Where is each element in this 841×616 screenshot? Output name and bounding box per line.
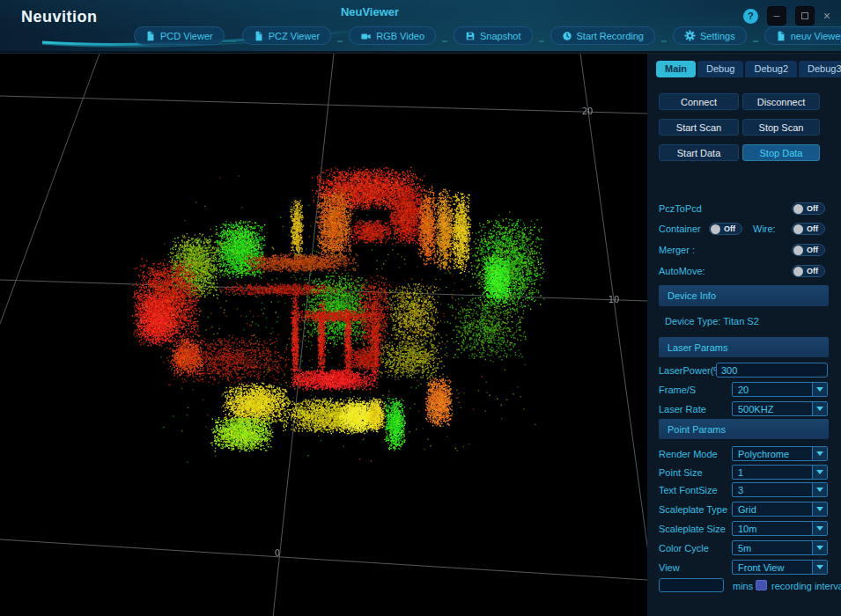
- gear-icon: [684, 30, 696, 41]
- minimize-icon: –: [773, 11, 779, 21]
- chevron-down-icon: [812, 466, 827, 479]
- stop-scan-button[interactable]: Stop Scan: [742, 119, 820, 136]
- minimize-button[interactable]: –: [767, 6, 786, 26]
- file-icon: [254, 31, 264, 41]
- recording-interval-checkbox[interactable]: [756, 580, 767, 590]
- point-cloud-viewport[interactable]: [0, 54, 647, 616]
- start-recording-button[interactable]: Start Recording: [550, 26, 655, 45]
- chevron-down-icon: [812, 483, 827, 496]
- automove-label: AutoMove:: [659, 266, 705, 276]
- container-label: Container: [659, 224, 701, 234]
- automove-toggle[interactable]: Off: [792, 265, 825, 277]
- merger-label: Merger :: [659, 245, 695, 255]
- pcztopcd-toggle[interactable]: Off: [792, 202, 825, 215]
- main-area: Main Debug Debug2 Debug3 Connect Disconn…: [0, 53, 841, 616]
- file-icon: [776, 31, 786, 41]
- panel-tabs: Main Debug Debug2 Debug3: [656, 61, 841, 77]
- control-panel: Main Debug Debug2 Debug3 Connect Disconn…: [647, 54, 841, 616]
- point-size-label: Point Size: [659, 467, 703, 478]
- neuv-viewer-button[interactable]: neuv Viewer: [764, 26, 841, 45]
- device-type-text: Device Type: Titan S2: [665, 316, 759, 326]
- chevron-down-icon: [812, 541, 827, 554]
- video-camera-icon: [360, 31, 372, 41]
- chevron-down-icon: [812, 561, 827, 574]
- pcz-viewer-button[interactable]: PCZ Viewer: [242, 26, 331, 45]
- chevron-down-icon: [812, 502, 827, 516]
- tab-debug[interactable]: Debug: [697, 61, 743, 77]
- toggle-knob: [793, 267, 803, 276]
- scaleplate-size-label: Scaleplate Size: [659, 524, 726, 534]
- laser-rate-label: Laser Rate: [659, 404, 706, 414]
- mins-label: mins: [733, 581, 753, 591]
- record-clock-icon: [562, 31, 572, 41]
- snapshot-button[interactable]: Snapshot: [454, 26, 532, 45]
- page-title: NeuViewer: [326, 5, 414, 18]
- chevron-down-icon: [812, 447, 827, 460]
- header: Neuvition NeuViewer ? – ×: [0, 0, 841, 53]
- merger-toggle[interactable]: Off: [792, 244, 825, 256]
- recording-interval-label: recording interval: [771, 581, 841, 591]
- maximize-button[interactable]: [795, 6, 815, 26]
- help-icon[interactable]: ?: [743, 9, 758, 24]
- laser-rate-dropdown[interactable]: 500KHZ: [732, 401, 828, 416]
- render-mode-label: Render Mode: [659, 449, 718, 459]
- toggle-knob: [793, 246, 803, 255]
- chevron-down-icon: [812, 383, 827, 396]
- tab-debug3[interactable]: Debug3: [799, 61, 841, 77]
- text-fontsize-dropdown[interactable]: 3: [732, 482, 828, 497]
- toolbar: PCD Viewer PCZ Viewer RGB Video Snapshot…: [134, 26, 841, 45]
- separator-dash: [442, 40, 447, 42]
- file-icon: [145, 31, 156, 41]
- connect-button[interactable]: Connect: [659, 93, 739, 110]
- neuviewer-window: Neuvition NeuViewer ? – ×: [0, 0, 841, 616]
- device-info-header: Device Info: [659, 285, 829, 306]
- close-button[interactable]: ×: [823, 9, 830, 23]
- frames-dropdown[interactable]: 20: [732, 382, 828, 397]
- toggle-knob: [793, 204, 803, 214]
- wire-toggle[interactable]: Off: [792, 223, 825, 235]
- color-cycle-dropdown[interactable]: 5m: [732, 540, 828, 555]
- start-scan-button[interactable]: Start Scan: [659, 119, 739, 136]
- separator-dash: [231, 40, 236, 42]
- tab-debug2[interactable]: Debug2: [745, 61, 797, 77]
- view-dropdown[interactable]: Front View: [732, 560, 828, 575]
- maximize-icon: [801, 12, 808, 19]
- text-fontsize-label: Text FontSize: [659, 485, 718, 495]
- color-cycle-label: Color Cycle: [659, 543, 709, 554]
- rgb-video-button[interactable]: RGB Video: [349, 26, 436, 45]
- view-label: View: [659, 562, 680, 573]
- separator-dash: [661, 40, 667, 42]
- separator-dash: [753, 40, 758, 42]
- pcd-viewer-button[interactable]: PCD Viewer: [134, 26, 225, 45]
- scaleplate-size-dropdown[interactable]: 10m: [732, 521, 828, 536]
- scaleplate-type-dropdown[interactable]: Grid: [732, 502, 828, 517]
- window-controls: ? – ×: [743, 5, 830, 26]
- laser-params-header: Laser Params: [659, 337, 829, 357]
- save-icon: [465, 31, 476, 41]
- render-mode-dropdown[interactable]: Polychrome: [732, 446, 828, 461]
- neuvition-logo: Neuvition: [21, 8, 98, 26]
- laser-power-input[interactable]: [716, 363, 828, 378]
- chevron-down-icon: [812, 522, 827, 535]
- separator-dash: [539, 40, 544, 42]
- disconnect-button[interactable]: Disconnect: [742, 93, 820, 110]
- settings-button[interactable]: Settings: [673, 26, 747, 45]
- point-cloud-canvas[interactable]: [0, 54, 647, 616]
- scaleplate-type-label: Scaleplate Type: [659, 504, 727, 515]
- chevron-down-icon: [812, 402, 827, 415]
- container-toggle[interactable]: Off: [709, 223, 742, 235]
- frames-label: Frame/S: [659, 385, 696, 395]
- toggle-knob: [711, 224, 720, 234]
- point-params-header: Point Params: [659, 419, 829, 439]
- recording-interval-input[interactable]: [659, 578, 724, 592]
- start-data-button[interactable]: Start Data: [659, 144, 739, 161]
- pcztopcd-label: PczToPcd: [659, 203, 702, 214]
- wire-label: Wire:: [753, 224, 776, 234]
- tab-main[interactable]: Main: [656, 61, 696, 77]
- stop-data-button[interactable]: Stop Data: [742, 144, 820, 161]
- point-size-dropdown[interactable]: 1: [732, 465, 828, 480]
- toggle-knob: [793, 224, 803, 234]
- separator-dash: [337, 40, 343, 42]
